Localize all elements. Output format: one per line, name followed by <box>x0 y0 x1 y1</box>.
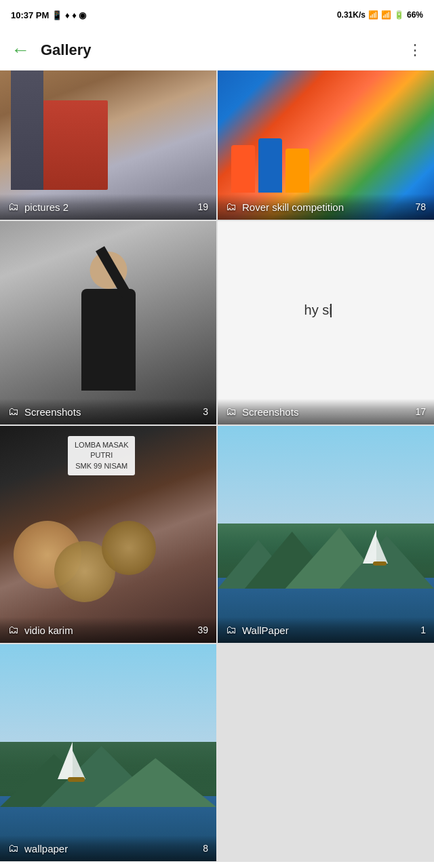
folder-count-screenshots2: 17 <box>415 406 426 417</box>
folder-label-screenshots1: 🗂 Screenshots 3 <box>0 399 216 425</box>
time: 10:37 PM <box>11 10 49 20</box>
back-button[interactable]: ← <box>11 41 30 60</box>
folder-icon: 🗂 <box>8 201 19 213</box>
battery-percent: 66% <box>407 10 423 20</box>
page-title: Gallery <box>41 41 408 59</box>
folder-name-pictures2: pictures 2 <box>24 201 68 213</box>
folder-label-vidio: 🗂 vidio karim 39 <box>0 617 216 643</box>
gallery-grid: 🗂 pictures 2 19 🗂 Rover skill competitio… <box>0 71 434 861</box>
mountains-svg2 <box>0 742 216 807</box>
nav-bar: ☰ ☐ ‹ <box>0 861 434 868</box>
gallery-item-rover[interactable]: 🗂 Rover skill competition 78 <box>218 71 434 220</box>
folder-count-wallpaper1: 1 <box>420 625 426 635</box>
food-label-line3: SMK 99 NISAM <box>75 461 128 471</box>
gallery-item-wallpaper2[interactable]: 🗂 wallpaper 8 <box>0 644 216 861</box>
sailboat-svg <box>359 526 393 574</box>
gallery-item-pictures2[interactable]: 🗂 pictures 2 19 <box>0 71 216 220</box>
folder-icon: 🗂 <box>226 201 237 213</box>
nav-back-button[interactable]: ‹ <box>347 865 380 869</box>
screenshot-text: hy si <box>304 302 332 318</box>
battery-icon: 🔋 <box>394 10 404 20</box>
gallery-item-vidio[interactable]: LOMBA MASAK PUTRI SMK 99 NISAM 🗂 vidio k… <box>0 426 216 643</box>
folder-name-rover: Rover skill competition <box>242 201 344 213</box>
app-bar: ← Gallery ⋮ <box>0 30 434 71</box>
folder-name-vidio: vidio karim <box>24 625 73 636</box>
folder-count-rover: 78 <box>415 201 426 212</box>
network-speed: 0.31K/s <box>337 10 366 20</box>
gallery-item-wallpaper1[interactable]: 🗂 WallPaper 1 <box>218 426 434 643</box>
folder-count-screenshots1: 3 <box>203 406 208 417</box>
svg-rect-6 <box>373 561 387 566</box>
gallery-item-screenshots1[interactable]: 🗂 Screenshots 3 <box>0 221 216 425</box>
folder-name-screenshots2: Screenshots <box>242 406 298 418</box>
folder-label-wallpaper2: 🗂 wallpaper 8 <box>0 835 216 861</box>
folder-count-pictures2: 19 <box>197 201 208 212</box>
svg-marker-11 <box>73 751 85 779</box>
wifi-icon: 📶 <box>368 10 378 20</box>
sky-overlay <box>218 426 434 524</box>
folder-label-rover: 🗂 Rover skill competition 78 <box>218 194 434 220</box>
menu-button[interactable]: ⋮ <box>408 41 423 59</box>
food-label-line1: LOMBA MASAK <box>75 440 128 450</box>
status-right: 0.31K/s 📶 📶 🔋 66% <box>337 10 423 20</box>
notification-icons: 📱 ♦ ♦ ◉ <box>52 10 86 20</box>
folder-name-wallpaper1: WallPaper <box>242 625 289 636</box>
svg-rect-12 <box>68 777 85 782</box>
folder-name-wallpaper2: wallpaper <box>24 843 68 854</box>
folder-icon: 🗂 <box>8 624 19 636</box>
folder-count-wallpaper2: 8 <box>203 843 208 854</box>
status-left: 10:37 PM 📱 ♦ ♦ ◉ <box>11 10 86 20</box>
mountains-svg <box>218 524 434 589</box>
folder-icon: 🗂 <box>226 406 237 418</box>
signal-icon: 📶 <box>381 10 391 20</box>
svg-marker-4 <box>363 530 376 564</box>
folder-icon: 🗂 <box>226 624 237 636</box>
food-label-line2: PUTRI <box>75 450 128 460</box>
sailboat-svg2 <box>54 738 92 789</box>
sky-overlay2 <box>0 644 216 742</box>
folder-name-screenshots1: Screenshots <box>24 406 81 418</box>
folder-label-wallpaper1: 🗂 WallPaper 1 <box>218 617 434 643</box>
folder-label-screenshots2: 🗂 Screenshots 17 <box>218 399 434 425</box>
folder-icon: 🗂 <box>8 406 19 418</box>
folder-count-vidio: 39 <box>197 625 208 635</box>
folder-label-pictures2: 🗂 pictures 2 19 <box>0 194 216 220</box>
svg-marker-5 <box>376 536 388 564</box>
gallery-item-screenshots2[interactable]: hy si 🗂 Screenshots 17 <box>218 221 434 425</box>
folder-icon: 🗂 <box>8 842 19 854</box>
status-bar: 10:37 PM 📱 ♦ ♦ ◉ 0.31K/s 📶 📶 🔋 66% <box>0 0 434 30</box>
svg-marker-10 <box>58 742 73 779</box>
